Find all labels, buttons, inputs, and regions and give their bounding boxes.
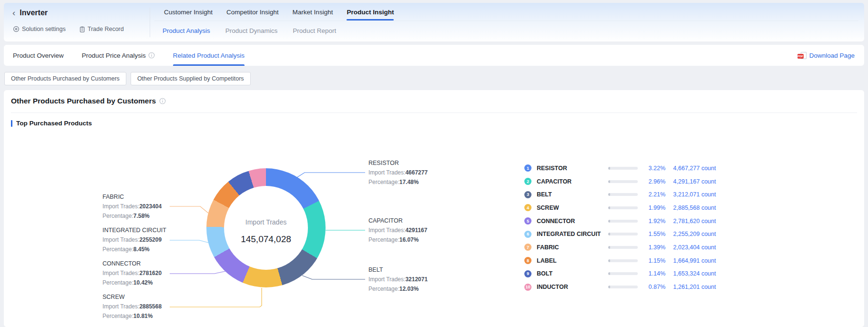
legend-name: INDUCTOR [537,284,608,290]
rank-badge: 4 [524,204,531,211]
legend-name: RESISTOR [537,165,608,172]
legend-pct: 2.96% [640,178,665,185]
legend-count: 2,781,620 count [665,218,716,225]
legend-count: 1,653,324 count [665,270,716,277]
callout-connector: CONNECTOR Import Trades:2781620 Percenta… [102,259,186,287]
toolbar-card: Product Overview Product Price Analysis … [4,45,864,66]
tab-product-price-analysis[interactable]: Product Price Analysis [82,45,155,66]
legend-row-connector[interactable]: 5 CONNECTOR 1.92% 2,781,620 count [524,215,716,228]
subtab-product-analysis[interactable]: Product Analysis [163,27,210,35]
section-heading: Other Products Purchased by Customers [11,97,166,105]
trade-record-clipboard-icon [79,26,85,32]
analysis-tabs: Product Overview Product Price Analysis … [13,45,245,66]
legend-bar [608,180,638,183]
legend-row-belt[interactable]: 3 BELT 2.21% 3,212,071 count [524,188,716,201]
legend-count: 4,667,277 count [665,165,716,172]
rank-badge: 8 [524,257,531,264]
legend-row-bolt[interactable]: 9 BOLT 1.14% 1,653,324 count [524,267,716,281]
download-page-label: Download Page [809,52,855,59]
page: ‹ Inverter Solution settings Trade Recor… [0,0,868,327]
callout-trades: Import Trades:2023404 [102,202,186,211]
callout-percentage: Percentage:10.81% [102,311,186,321]
legend-row-integrated-circuit[interactable]: 6 INTEGRATED CIRCUIT 1.55% 2,255,209 cou… [524,227,716,241]
callout-name: SCREW [102,292,186,302]
rank-badge: 9 [524,270,531,277]
solution-settings-label: Solution settings [22,26,66,32]
legend-bar [608,167,638,170]
trade-record-label: Trade Record [88,26,124,32]
subtab-product-report[interactable]: Product Report [293,27,336,35]
legend-row-resistor[interactable]: 1 RESISTOR 3.22% 4,667,277 count [524,162,716,175]
callout-resistor: RESISTOR Import Trades:4667277 Percentag… [368,158,452,187]
download-page-link[interactable]: PDF Download Page [797,45,855,66]
tab-product-overview[interactable]: Product Overview [13,45,64,66]
legend-row-fabric[interactable]: 7 FABRIC 1.39% 2,023,404 count [524,241,716,254]
tab-related-product-analysis-label: Related Product Analysis [173,52,245,59]
filter-purchased-by-customers-button[interactable]: Other Products Purchased by Customers [4,72,126,85]
rank-badge: 7 [524,244,531,251]
callout-name: CONNECTOR [102,259,186,268]
legend-name: CONNECTOR [537,218,608,225]
callout-trades: Import Trades:2255209 [102,235,186,245]
info-icon[interactable] [159,98,166,104]
callout-belt: BELT Import Trades:3212071 Percentage:12… [368,265,452,294]
legend-name: SCREW [537,204,608,211]
pdf-file-icon: PDF [797,51,807,59]
tab-customer-insight[interactable]: Customer Insight [164,7,213,18]
section-title: Other Products Purchased by Customers [11,97,156,105]
legend-row-inductor[interactable]: 10 INDUCTOR 0.87% 1,261,201 count [524,280,716,294]
donut-center-value: 145,074,028 [241,234,291,245]
callout-name: BELT [368,265,452,275]
legend-row-capacitor[interactable]: 2 CAPACITOR 2.96% 4,291,167 count [524,175,716,188]
accent-bar [11,120,12,127]
legend-name: LABEL [537,257,608,264]
tab-product-price-analysis-label: Product Price Analysis [82,52,146,59]
legend-count: 2,885,568 count [665,204,716,211]
legend-pct: 1.15% [640,257,665,264]
filter-supplied-by-competitors-button[interactable]: Other Products Supplied by Competitors [131,72,251,85]
back-chevron-icon[interactable]: ‹ [12,9,15,17]
legend-pct: 1.14% [640,270,665,277]
donut-center: Import Trades 145,074,028 [206,168,326,287]
page-title: Inverter [20,9,48,17]
solution-settings-link[interactable]: Solution settings [13,26,66,32]
subtab-product-dynamics[interactable]: Product Dynamics [225,27,278,35]
header-card: ‹ Inverter Solution settings Trade Recor… [4,3,864,41]
subsection-heading: Top Purchased Products [11,120,92,127]
legend-bar [608,193,638,196]
tab-related-product-analysis[interactable]: Related Product Analysis [173,45,245,66]
callout-trades: Import Trades:4291167 [368,225,452,235]
callout-percentage: Percentage:8.45% [102,245,186,254]
legend-bar [608,206,638,209]
callout-screw: SCREW Import Trades:2885568 Percentage:1… [102,292,186,321]
legend-count: 2,255,209 count [665,231,716,237]
legend-count: 4,291,167 count [665,178,716,185]
rank-badge: 2 [524,178,531,185]
rank-badge: 10 [524,284,531,291]
solution-settings-icon [13,26,20,32]
subsection-title: Top Purchased Products [16,120,92,127]
tabs-baseline [154,20,858,21]
rank-badge: 6 [524,231,531,238]
legend-bar [608,246,638,249]
tab-competitor-insight[interactable]: Competitor Insight [226,7,279,18]
tab-market-insight[interactable]: Market Insight [293,7,333,18]
legend-row-screw[interactable]: 4 SCREW 1.99% 2,885,568 count [524,201,716,215]
legend-name: FABRIC [537,244,608,251]
legend-bar [608,220,638,223]
legend-pct: 1.92% [640,218,665,225]
legend-row-label[interactable]: 8 LABEL 1.15% 1,664,991 count [524,254,716,267]
rank-badge: 5 [524,217,531,225]
product-subtabs: Product Analysis Product Dynamics Produc… [163,27,336,35]
legend-bar [608,272,638,275]
breadcrumb[interactable]: ‹ Inverter [12,9,48,17]
trade-record-link[interactable]: Trade Record [79,26,124,32]
header-divider [150,8,150,37]
legend-pct: 1.55% [640,231,665,237]
callout-trades: Import Trades:3212071 [368,275,452,284]
callout-capacitor: CAPACITOR Import Trades:4291167 Percenta… [368,216,452,245]
top-products-legend: 1 RESISTOR 3.22% 4,667,277 count 2 CAPAC… [524,162,716,294]
tab-product-insight[interactable]: Product Insight [347,7,394,18]
legend-count: 2,023,404 count [665,244,716,251]
legend-name: CAPACITOR [537,178,608,185]
